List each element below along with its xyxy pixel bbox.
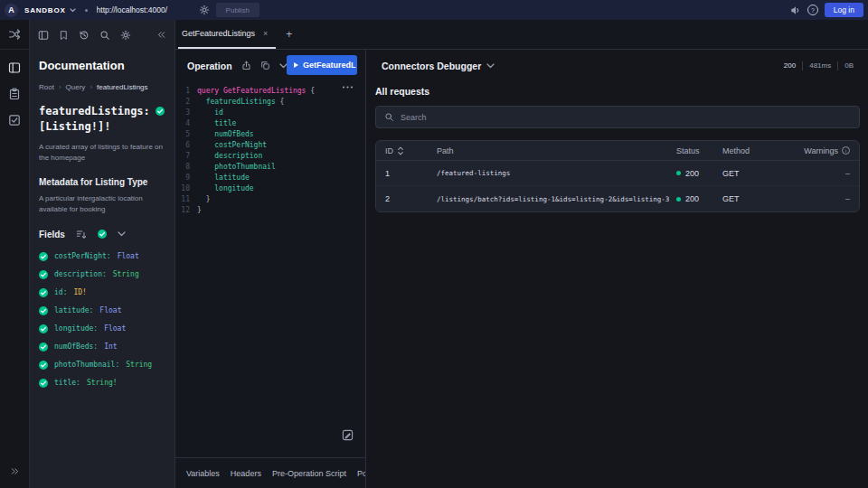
- tab-post-operation-script[interactable]: Post-Operation Script: [357, 469, 365, 478]
- field-item[interactable]: id:ID!: [39, 284, 165, 302]
- announcement-icon[interactable]: [789, 5, 801, 16]
- breadcrumb-separator: ›: [90, 83, 92, 91]
- code-line[interactable]: 7 description: [175, 151, 365, 162]
- field-type: String: [113, 270, 139, 278]
- field-item[interactable]: longitude:Float: [39, 320, 165, 338]
- metadata-description: A particular intergalactic location avai…: [39, 193, 165, 216]
- checklist-icon[interactable]: [8, 88, 21, 100]
- chevron-down-icon[interactable]: [118, 231, 126, 237]
- bookmark-icon[interactable]: [59, 30, 69, 41]
- code-line[interactable]: 10 longitude: [175, 183, 365, 194]
- tab-getfeaturedlistings[interactable]: GetFeaturedListings ×: [178, 20, 276, 49]
- field-item[interactable]: description:String: [39, 266, 165, 284]
- breadcrumb-item-root[interactable]: Root: [39, 83, 54, 91]
- code-line[interactable]: 2 featuredListings {: [175, 97, 365, 108]
- code-line[interactable]: 11 }: [175, 194, 365, 205]
- request-row[interactable]: 2/listings/batch?ids=listing-1&ids=listi…: [376, 186, 859, 211]
- share-icon[interactable]: [241, 61, 251, 70]
- documentation-panel: Documentation Root›Query›featuredListing…: [30, 20, 175, 488]
- request-method: GET: [722, 169, 803, 178]
- apollo-logo[interactable]: A: [5, 4, 18, 17]
- close-tab-icon[interactable]: ×: [263, 29, 268, 38]
- code-editor[interactable]: 1query GetFeaturedListings {2 featuredLi…: [175, 81, 365, 457]
- breadcrumb-item-query[interactable]: Query: [66, 83, 86, 91]
- check-square-icon[interactable]: [8, 114, 21, 127]
- line-number: 3: [175, 108, 197, 118]
- field-item[interactable]: title:String!: [39, 374, 165, 392]
- tab-variables[interactable]: Variables: [186, 469, 220, 478]
- tab-headers[interactable]: Headers: [231, 469, 261, 478]
- field-name: latitude:: [54, 306, 93, 314]
- panel-toggle-icon[interactable]: [38, 30, 49, 41]
- code-line[interactable]: 4 title: [175, 118, 365, 129]
- field-name: costPerNight:: [54, 252, 111, 260]
- editor-menu-icon[interactable]: [342, 85, 354, 89]
- code-line[interactable]: 8 photoThumbnail: [175, 162, 365, 173]
- chevron-down-icon[interactable]: [486, 63, 495, 69]
- code-line[interactable]: 12}: [175, 205, 365, 216]
- code-text: }: [197, 194, 210, 205]
- expand-rail-icon[interactable]: [10, 466, 20, 476]
- line-number: 6: [175, 140, 197, 151]
- sort-icon[interactable]: [76, 230, 87, 239]
- fields-header: Fields: [39, 230, 165, 239]
- code-line[interactable]: 6 costPerNight: [175, 140, 365, 151]
- operation-title: Operation: [187, 61, 232, 71]
- field-covered-icon: [39, 252, 48, 261]
- info-icon[interactable]: i: [842, 146, 850, 155]
- field-type: Int: [104, 343, 117, 351]
- field-name: title:: [54, 379, 80, 387]
- code-line[interactable]: 9 latitude: [175, 173, 365, 183]
- gear-icon[interactable]: [120, 30, 131, 41]
- coverage-check-icon: [156, 107, 165, 116]
- code-line[interactable]: 5 numOfBeds: [175, 129, 365, 140]
- topbar: A SANDBOX Publish ? Log in: [0, 0, 868, 20]
- request-path: /featured-listings: [437, 169, 676, 177]
- endpoint-settings-icon[interactable]: [199, 5, 210, 15]
- branch-icon[interactable]: [8, 28, 21, 41]
- operation-panel: Operation GetFeaturedL 1query GetFeature…: [175, 50, 366, 488]
- field-item[interactable]: numOfBeds:Int: [39, 338, 165, 356]
- copy-icon[interactable]: [260, 61, 270, 70]
- code-line[interactable]: 1query GetFeaturedListings {: [175, 86, 365, 97]
- requests-search-input[interactable]: [401, 113, 851, 122]
- help-icon[interactable]: ?: [807, 5, 818, 15]
- code-line[interactable]: 3 id: [175, 108, 365, 118]
- metric-divider: [802, 61, 803, 70]
- breadcrumb-separator: ›: [59, 83, 61, 91]
- coverage-filter-icon[interactable]: [98, 230, 107, 239]
- request-path: /listings/batch?ids=listing-1&ids=listin…: [437, 195, 676, 203]
- field-item[interactable]: costPerNight:Float: [39, 248, 165, 266]
- tab-pre-operation-script[interactable]: Pre-Operation Script: [272, 469, 346, 478]
- format-code-icon[interactable]: [342, 429, 354, 441]
- column-id[interactable]: ID: [385, 146, 437, 155]
- publish-button[interactable]: Publish: [216, 3, 259, 17]
- search-icon[interactable]: [99, 30, 110, 41]
- status-code: 200: [685, 169, 699, 178]
- line-number: 9: [175, 173, 197, 183]
- debugger-body: All requests ID Path Status Method Warni…: [367, 81, 868, 212]
- breadcrumb-item-featuredlistings[interactable]: featuredListings: [97, 83, 147, 91]
- response-duration: 481ms: [809, 61, 831, 70]
- field-description: A curated array of listings to feature o…: [39, 142, 165, 164]
- field-covered-icon: [39, 270, 48, 279]
- sort-arrows-icon[interactable]: [397, 146, 404, 155]
- line-number: 5: [175, 129, 197, 140]
- logo-letter: A: [8, 5, 14, 14]
- status-code: 200: [685, 194, 699, 203]
- field-item[interactable]: photoThumbnail:String: [39, 356, 165, 374]
- request-row[interactable]: 1/featured-listings200GET–: [376, 161, 859, 186]
- new-tab-button[interactable]: +: [286, 28, 292, 41]
- run-operation-button[interactable]: GetFeaturedL: [287, 55, 357, 75]
- operation-header: Operation GetFeaturedL: [175, 50, 365, 81]
- field-name: description:: [54, 270, 107, 278]
- history-icon[interactable]: [79, 30, 90, 41]
- field-item[interactable]: latitude:Float: [39, 302, 165, 320]
- line-number: 12: [175, 205, 197, 216]
- collapse-panel-icon[interactable]: [156, 30, 166, 40]
- url-input[interactable]: [97, 5, 193, 14]
- explorer-icon[interactable]: [8, 61, 21, 74]
- editor-bottom-tabs: VariablesHeadersPre-Operation ScriptPost…: [175, 457, 365, 488]
- login-button[interactable]: Log in: [825, 3, 863, 17]
- workspace-selector[interactable]: SANDBOX: [24, 6, 76, 14]
